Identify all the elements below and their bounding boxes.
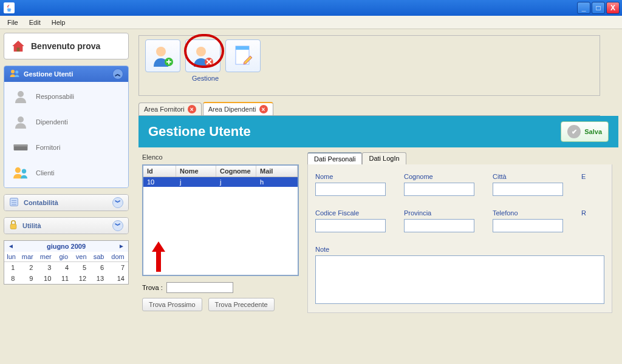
calendar-day[interactable]: 5	[72, 262, 90, 273]
sidebar-item-label: Clienti	[36, 169, 55, 177]
calendar-dow: dom	[108, 252, 128, 262]
calendar-day[interactable]: 9	[18, 273, 36, 284]
list-panel: Elenco Id Nome Cognome Mail 10 j j h	[142, 152, 299, 313]
cell-id: 10	[143, 177, 176, 187]
sidebar-section-contabilita[interactable]: Contabilità ︾	[4, 194, 129, 211]
calendar-dow: sab	[90, 252, 108, 262]
window-titlebar: _ □ X	[0, 0, 622, 16]
tab-area-dipendenti[interactable]: Area Dipendenti ×	[203, 102, 273, 115]
calendar-day[interactable]: 14	[108, 273, 128, 284]
input-telefono[interactable]	[493, 219, 563, 232]
calendar-day[interactable]: 2	[18, 262, 36, 273]
detail-tab-personali[interactable]: Dati Personali	[307, 152, 362, 164]
cell-cognome: j	[216, 177, 256, 187]
calendar-day[interactable]: 10	[36, 273, 55, 284]
svg-point-1	[11, 70, 15, 73]
tab-close-icon[interactable]: ×	[188, 105, 196, 113]
svg-rect-9	[10, 198, 18, 206]
home-icon	[10, 38, 26, 54]
label-extra1: E	[581, 173, 586, 180]
calendar-day[interactable]: 8	[4, 273, 18, 284]
tab-area-fornitori[interactable]: Area Fornitori ×	[138, 103, 202, 115]
svg-point-7	[15, 167, 21, 173]
grid-col-nome[interactable]: Nome	[176, 166, 216, 177]
detail-panel: Dati Personali Dati LogIn Nome Cognome C…	[307, 152, 618, 313]
document-tabs: Area Fornitori × Area Dipendenti ×	[138, 102, 622, 115]
label-provincia: Provincia	[404, 209, 474, 217]
check-icon: ✔	[567, 125, 581, 138]
svg-rect-19	[236, 46, 249, 50]
sidebar-section-utilita[interactable]: Utilità ︾	[4, 217, 129, 234]
sidebar-section-users-title: Gestione Utenti	[24, 70, 73, 78]
calendar-prev-button[interactable]: ◄	[8, 243, 14, 249]
find-next-button[interactable]: Trova Prossimo	[142, 298, 202, 311]
menu-file[interactable]: File	[2, 18, 23, 27]
sidebar-section-users: Gestione Utenti ︽ Responsabili Dipendent…	[4, 66, 129, 188]
calendar-day[interactable]: 7	[108, 262, 128, 273]
page-title: Gestione Utente	[148, 124, 251, 140]
calendar-day[interactable]: 6	[90, 262, 108, 273]
sidebar-section-users-header[interactable]: Gestione Utenti ︽	[4, 66, 128, 82]
window-close-button[interactable]: X	[606, 2, 620, 14]
input-citta[interactable]	[493, 183, 563, 196]
java-app-icon	[4, 2, 15, 13]
sidebar-section-utilita-title: Utilità	[22, 222, 41, 229]
svg-point-14	[156, 47, 166, 56]
calendar-dow: mer	[36, 252, 55, 262]
sidebar-item-dipendenti[interactable]: Dipendenti	[7, 111, 126, 133]
annotation-circle	[184, 34, 224, 68]
sidebar-item-fornitori[interactable]: Fornitori	[7, 136, 126, 158]
sidebar-item-responsabili[interactable]: Responsabili	[7, 86, 126, 107]
svg-point-4	[18, 116, 24, 123]
calendar-dow: lun	[4, 252, 18, 262]
label-nome: Nome	[315, 173, 386, 180]
grid-col-id[interactable]: Id	[143, 166, 176, 177]
input-note[interactable]	[315, 255, 604, 304]
find-prev-button[interactable]: Trova Precedente	[208, 298, 275, 311]
calendar-title: giugno 2009	[47, 243, 86, 250]
grid-header: Id Nome Cognome Mail	[143, 166, 298, 177]
svg-point-2	[15, 70, 18, 73]
label-cf: Codice Fiscale	[315, 209, 386, 217]
menu-edit[interactable]: Edit	[24, 18, 46, 27]
find-input[interactable]	[166, 282, 233, 293]
grid-col-cognome[interactable]: Cognome	[216, 166, 256, 177]
tab-label: Area Fornitori	[144, 106, 185, 113]
list-label: Elenco	[142, 153, 299, 161]
input-cognome[interactable]	[404, 183, 474, 196]
chevron-down-icon: ︾	[112, 220, 123, 231]
calendar-day[interactable]: 3	[36, 262, 55, 273]
input-nome[interactable]	[315, 183, 386, 196]
toolbar-edit-button[interactable]	[225, 39, 261, 72]
ledger-icon	[9, 197, 19, 208]
save-button[interactable]: ✔ Salva	[561, 121, 609, 142]
calendar-dow: gio	[55, 252, 72, 262]
input-cf[interactable]	[315, 219, 386, 232]
tab-label: Area Dipendenti	[208, 106, 256, 113]
grid-col-mail[interactable]: Mail	[256, 166, 298, 177]
calendar-day[interactable]: 1	[4, 262, 18, 273]
label-note: Note	[315, 246, 604, 253]
toolbar-add-user-button[interactable]	[145, 39, 180, 72]
chevron-down-icon: ︾	[112, 197, 123, 208]
calendar-day[interactable]: 4	[55, 262, 72, 273]
lock-icon	[9, 220, 18, 231]
sidebar-item-clienti[interactable]: Clienti	[7, 162, 126, 184]
sidebar-item-label: Responsabili	[36, 93, 74, 100]
toolbar-group-label: Gestione	[145, 75, 265, 82]
calendar-day[interactable]: 12	[72, 273, 90, 284]
calendar-day[interactable]: 13	[90, 273, 108, 284]
calendar-grid[interactable]: lun mar mer gio ven sab dom 1 2 3 4 5 6 …	[4, 252, 128, 284]
menu-help[interactable]: Help	[47, 18, 70, 27]
cell-mail: h	[256, 177, 298, 187]
find-label: Trova :	[142, 284, 163, 291]
input-provincia[interactable]	[404, 219, 474, 232]
detail-tab-login[interactable]: Dati LogIn	[362, 152, 406, 164]
window-maximize-button[interactable]: □	[592, 2, 605, 14]
tab-close-icon[interactable]: ×	[259, 105, 268, 113]
window-minimize-button[interactable]: _	[577, 2, 590, 14]
calendar-next-button[interactable]: ►	[118, 243, 125, 249]
table-row[interactable]: 10 j j h	[143, 177, 298, 187]
calendar-day[interactable]: 11	[55, 273, 72, 284]
main-area: Gestione Area Fornitori × Area Dipendent…	[132, 29, 622, 364]
